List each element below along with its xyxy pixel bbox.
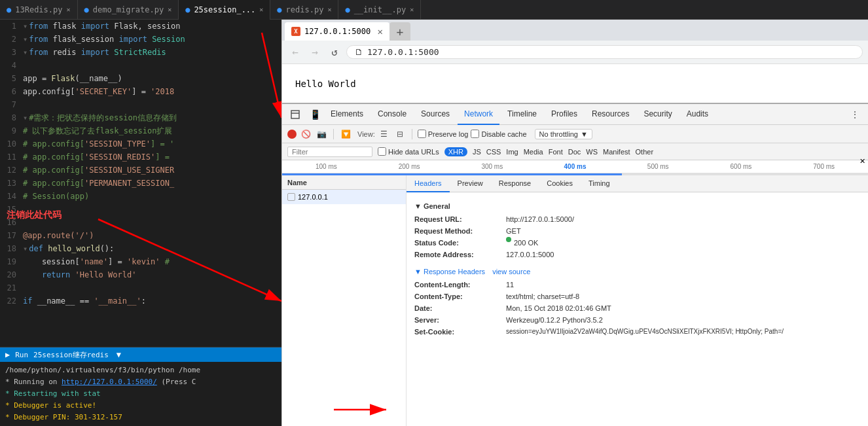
tab-demo-migrate[interactable]: ● demo_migrate.py ✕ [78, 0, 179, 20]
content-length-val: 11 [506, 279, 514, 291]
disable-cache-input[interactable] [471, 130, 479, 138]
filter-input[interactable] [287, 147, 372, 157]
preserve-log-checkbox[interactable]: Preserve log [418, 130, 469, 138]
browser-new-tab-button[interactable]: + [389, 22, 410, 41]
tab-label: 25session_... [194, 5, 255, 14]
camera-button[interactable]: 📷 [315, 128, 328, 141]
detail-tab-bar: Headers Preview Response Cookies [407, 175, 868, 192]
css-type-button[interactable]: CSS [486, 148, 501, 156]
code-line: 7 [0, 98, 281, 111]
browser-tab[interactable]: X 127.0.0.1:5000 ✕ [285, 22, 389, 41]
disable-cache-checkbox[interactable]: Disable cache [471, 130, 526, 138]
img-type-button[interactable]: Img [506, 148, 518, 156]
run-icon: ▶ [5, 350, 10, 359]
terminal-line: * Restarting with stat [5, 388, 276, 400]
tab-close-icon[interactable]: ✕ [66, 6, 70, 13]
code-line: 18 ▾def hello_world(): [0, 242, 281, 255]
devtools-phone-icon[interactable]: 📱 [307, 107, 323, 122]
run-label: Run [15, 351, 28, 359]
devtools-tab-timeline[interactable]: Timeline [501, 104, 543, 125]
browser-address-bar: ← → ↺ 🗋 127.0.0.1:5000 [282, 41, 868, 64]
tab-icon: ● [7, 5, 11, 14]
devtools-settings-icon[interactable]: ⋮ [847, 107, 863, 122]
browser-back-button[interactable]: ← [287, 46, 303, 58]
tab-icon: ● [84, 5, 89, 14]
devtools-tab-elements[interactable]: Elements [324, 104, 370, 125]
media-type-button[interactable]: Media [524, 148, 543, 156]
disable-cache-label: Disable cache [481, 130, 526, 138]
detail-tab-preview[interactable]: Preview [450, 175, 491, 192]
name-col-label: Name [287, 179, 307, 186]
tab-icon: ● [185, 5, 190, 14]
tab-25session[interactable]: ● 25session_... ✕ [179, 0, 270, 20]
devtools-tab-security[interactable]: Security [637, 104, 678, 125]
terminal-down-icon: ▼ [117, 350, 121, 359]
devtools-tab-network[interactable]: Network [458, 104, 499, 125]
tab-init[interactable]: ● __init__.py ✕ [338, 0, 421, 20]
js-type-button[interactable]: JS [473, 148, 481, 156]
detail-tab-cookies[interactable]: Cookies [539, 175, 581, 192]
preserve-log-input[interactable] [418, 130, 426, 138]
devtools-tab-profiles[interactable]: Profiles [545, 104, 584, 125]
network-row-checkbox[interactable] [287, 193, 295, 201]
throttling-select[interactable]: No throttling ▼ [535, 129, 592, 139]
view-source-link[interactable]: view source [492, 268, 530, 275]
view-grid-icon[interactable]: ⊟ [393, 128, 407, 141]
devtools-tab-resources-label: Resources [592, 109, 629, 118]
code-line: 9 # 以下参数忘记了去flask_session扩展 [0, 124, 281, 137]
other-type-button[interactable]: Other [636, 148, 654, 156]
network-row[interactable]: 127.0.0.1 [282, 190, 406, 204]
code-line: 14 # Session(app) [0, 190, 281, 203]
code-line: 13 # app.config['PERMANENT_SESSION_ [0, 177, 281, 190]
tab-close-icon[interactable]: ✕ [410, 6, 414, 13]
devtools-panel: 📱 Elements Console Sources Network Timel [282, 103, 868, 426]
tab-close-icon[interactable]: ✕ [327, 6, 331, 13]
devtools-tab-resources[interactable]: Resources [585, 104, 636, 125]
tab-label: __init__.py [354, 5, 406, 14]
status-key: Status Code: [414, 237, 506, 249]
timeline-500ms: 500 ms [617, 163, 700, 170]
devtools-tab-sources[interactable]: Sources [414, 104, 456, 125]
network-table: Name 127.0.0.1 ✕ [282, 175, 868, 426]
code-line: 12 # app.config['SESSION_USE_SIGNER [0, 164, 281, 177]
filter-button[interactable]: 🔽 [339, 128, 352, 141]
tab-13redis[interactable]: ● 13Redis.py ✕ [0, 0, 78, 20]
detail-tab-timing[interactable]: Timing [581, 175, 618, 192]
method-val: GET [506, 225, 521, 237]
response-tab-label: Response [499, 179, 532, 187]
devtools-tab-console[interactable]: Console [371, 104, 413, 125]
network-name-column: Name 127.0.0.1 [282, 175, 407, 426]
ws-type-button[interactable]: WS [586, 148, 598, 156]
code-line: 20 return 'Hello World' [0, 268, 281, 281]
response-headers-section-header: ▼ Response Headers view source [414, 266, 860, 277]
tab-close-icon[interactable]: ✕ [168, 6, 172, 13]
devtools-extra-icons: ⋮ [847, 107, 863, 122]
hide-data-urls-label: Hide data URLs [388, 148, 439, 156]
devtools-inspect-icon[interactable] [287, 107, 303, 122]
devtools-network-toolbar: 🚫 📷 🔽 View: ☰ ⊟ Preserve log Disable cac… [282, 125, 868, 143]
code-line: 11 # app.config['SESSION_REDIS'] = [0, 151, 281, 164]
record-button[interactable] [287, 130, 297, 139]
browser-tab-close-icon[interactable]: ✕ [378, 26, 383, 37]
tab-redis[interactable]: ● redis.py ✕ [270, 0, 338, 20]
tab-close-icon[interactable]: ✕ [259, 6, 263, 13]
browser-favicon: X [291, 27, 300, 36]
terminal-link[interactable]: http://127.0.0.1:5000/ [62, 378, 157, 386]
browser-refresh-button[interactable]: ↺ [327, 46, 342, 58]
hide-data-urls-checkbox[interactable]: Hide data URLs [378, 147, 439, 156]
clear-button[interactable]: 🚫 [299, 128, 312, 141]
font-type-button[interactable]: Font [549, 148, 563, 156]
detail-tab-headers[interactable]: Headers [407, 175, 450, 192]
terminal-line: * Debugger PIN: 301-312-157 [5, 412, 276, 423]
browser-forward-button[interactable]: → [307, 46, 323, 58]
doc-type-button[interactable]: Doc [568, 148, 581, 156]
detail-tab-response[interactable]: Response [491, 175, 539, 192]
hide-data-urls-input[interactable] [378, 147, 386, 156]
devtools-tab-audits[interactable]: Audits [680, 104, 715, 125]
set-cookie-row: Set-Cookie: session=eyJuYW1lIjoia2V2aW4i… [414, 326, 860, 338]
view-list-icon[interactable]: ☰ [378, 128, 391, 141]
xhr-type-button[interactable]: XHR [444, 147, 467, 156]
browser-url-bar[interactable]: 🗋 127.0.0.1:5000 [346, 45, 863, 59]
timeline-300ms: 300 ms [450, 163, 533, 170]
manifest-type-button[interactable]: Manifest [603, 148, 630, 156]
